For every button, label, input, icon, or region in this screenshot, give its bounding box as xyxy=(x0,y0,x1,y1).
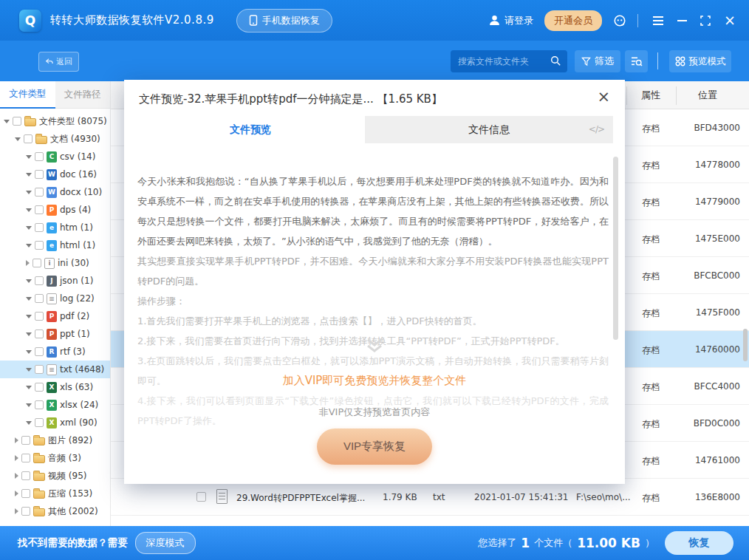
checkbox[interactable] xyxy=(21,507,30,516)
back-button[interactable]: 返回 xyxy=(38,52,79,72)
tree-item[interactable]: 音频 (3) xyxy=(0,449,110,467)
file-location-cell: BFD0C000 xyxy=(644,418,740,428)
tree-item[interactable]: Jjson (1) xyxy=(0,272,110,290)
expand-arrow-icon[interactable] xyxy=(15,437,18,443)
collapse-arrow-icon[interactable] xyxy=(26,279,32,283)
checkbox[interactable] xyxy=(21,471,30,480)
tree-item[interactable]: Rrtf (3) xyxy=(0,343,110,361)
menu-icon[interactable] xyxy=(652,16,664,26)
expand-arrow-icon[interactable] xyxy=(15,491,18,496)
collapse-arrow-icon[interactable] xyxy=(26,226,32,230)
tree-item[interactable]: ehtml (1) xyxy=(0,236,110,254)
table-row[interactable]: 29.Word转PDFPPTExcel掌握...1.79 KBtxt2021-0… xyxy=(111,479,749,516)
collapse-arrow-icon[interactable] xyxy=(26,191,32,194)
checkbox[interactable] xyxy=(35,276,44,285)
collapse-arrow-icon[interactable] xyxy=(26,297,32,301)
expand-arrow-icon[interactable] xyxy=(15,473,18,479)
recover-button[interactable]: 恢复 xyxy=(665,531,733,555)
minimize-icon[interactable] xyxy=(677,16,687,25)
checkbox[interactable] xyxy=(35,188,44,197)
collapse-arrow-icon[interactable] xyxy=(26,315,32,318)
tab-file-path[interactable]: 文件路径 xyxy=(55,81,111,109)
tree-item[interactable]: 视频 (95) xyxy=(0,467,110,485)
collapse-arrow-icon[interactable] xyxy=(26,244,32,247)
preview-mode-button[interactable]: 预览模式 xyxy=(669,50,731,72)
collapse-arrow-icon[interactable] xyxy=(26,368,32,372)
tree-item[interactable]: ≡txt (4648) xyxy=(0,361,110,378)
checkbox[interactable] xyxy=(21,489,30,498)
tree-item[interactable]: Ccsv (14) xyxy=(0,148,110,165)
checkbox[interactable] xyxy=(35,205,44,214)
checkbox[interactable] xyxy=(35,418,44,427)
search-icon[interactable] xyxy=(550,55,561,66)
checkbox[interactable] xyxy=(35,329,44,338)
vip-recover-button[interactable]: VIP专享恢复 xyxy=(317,428,432,465)
collapse-arrow-icon[interactable] xyxy=(26,350,32,354)
tree-item[interactable]: Ppdf (2) xyxy=(0,307,110,325)
checkbox[interactable] xyxy=(13,117,21,126)
tree-item[interactable]: iini (30) xyxy=(0,254,110,272)
filter-button[interactable]: 筛选 xyxy=(575,50,620,72)
header-location[interactable]: 位置 xyxy=(671,89,745,102)
vip-membership-button[interactable]: 开通会员 xyxy=(544,10,602,31)
tree-item[interactable]: Xxlsx (24) xyxy=(0,396,110,414)
tree-item[interactable]: Pdps (4) xyxy=(0,201,110,219)
checkbox[interactable] xyxy=(35,312,44,321)
login-link[interactable]: 请登录 xyxy=(489,14,533,27)
collapse-arrow-icon[interactable] xyxy=(26,332,32,336)
header-attribute[interactable]: 属性 xyxy=(632,89,669,102)
expand-arrow-icon[interactable] xyxy=(26,260,30,266)
checkbox[interactable] xyxy=(35,223,44,232)
tab-file-preview[interactable]: 文件预览 xyxy=(136,116,365,143)
double-chevron-down-icon[interactable] xyxy=(364,338,385,353)
checkbox[interactable] xyxy=(35,152,44,161)
tree-item[interactable]: ≡log (22) xyxy=(0,290,110,307)
tree-item[interactable]: 图片 (892) xyxy=(0,431,110,449)
phone-recovery-button[interactable]: 手机数据恢复 xyxy=(236,9,332,33)
customer-service-icon[interactable] xyxy=(613,14,626,27)
collapse-arrow-icon[interactable] xyxy=(26,421,32,425)
checkbox[interactable] xyxy=(21,454,30,462)
tree-item[interactable]: Pppt (1) xyxy=(0,325,110,343)
tree-item[interactable]: Wdoc (16) xyxy=(0,165,110,183)
checkbox[interactable] xyxy=(35,241,44,250)
checkbox[interactable] xyxy=(33,259,41,267)
tree-item[interactable]: Xxml (90) xyxy=(0,414,110,431)
tree-item[interactable]: 文档 (4930) xyxy=(0,130,110,148)
table-scrollbar-thumb[interactable] xyxy=(743,329,748,361)
checkbox[interactable] xyxy=(21,436,30,445)
expand-arrow-icon[interactable] xyxy=(15,455,18,461)
code-view-icon[interactable]: </> xyxy=(589,124,604,134)
collapse-arrow-icon[interactable] xyxy=(4,120,10,123)
deep-mode-button[interactable]: 深度模式 xyxy=(135,532,196,554)
checkbox[interactable] xyxy=(24,134,33,143)
collapse-arrow-icon[interactable] xyxy=(15,137,21,141)
checkbox[interactable] xyxy=(35,400,44,409)
advanced-search-button[interactable] xyxy=(625,50,648,72)
collapse-arrow-icon[interactable] xyxy=(26,173,32,177)
collapse-arrow-icon[interactable] xyxy=(26,208,32,212)
maximize-icon[interactable] xyxy=(700,16,711,26)
collapse-arrow-icon[interactable] xyxy=(26,386,32,389)
checkbox[interactable] xyxy=(35,294,44,303)
modal-close-icon[interactable]: × xyxy=(597,89,610,105)
expand-arrow-icon[interactable] xyxy=(15,508,18,514)
checkbox[interactable] xyxy=(35,383,44,392)
checkbox[interactable] xyxy=(35,170,44,179)
tree-item[interactable]: 其他 (2002) xyxy=(0,502,110,520)
modal-scrollbar-thumb[interactable] xyxy=(613,157,618,340)
tab-file-info[interactable]: 文件信息 xyxy=(365,116,613,143)
checkbox[interactable] xyxy=(35,347,44,356)
tree-item[interactable]: Wdocx (10) xyxy=(0,183,110,201)
tab-file-type[interactable]: 文件类型 xyxy=(0,81,55,109)
preview-paragraph: 其实想要直接实现苹果手机PPT转PDF，并不困难。今天小编就来和大家分享不用安装… xyxy=(137,251,609,291)
tree-item[interactable]: ehtm (1) xyxy=(0,219,110,236)
tree-item[interactable]: 文件类型 (8075) xyxy=(0,112,110,130)
checkbox[interactable] xyxy=(196,492,206,502)
close-window-icon[interactable]: × xyxy=(724,13,736,27)
tree-item[interactable]: Xxls (63) xyxy=(0,378,110,396)
collapse-arrow-icon[interactable] xyxy=(26,155,32,159)
collapse-arrow-icon[interactable] xyxy=(26,403,32,407)
checkbox[interactable] xyxy=(35,365,44,374)
tree-item[interactable]: 压缩 (153) xyxy=(0,485,110,502)
